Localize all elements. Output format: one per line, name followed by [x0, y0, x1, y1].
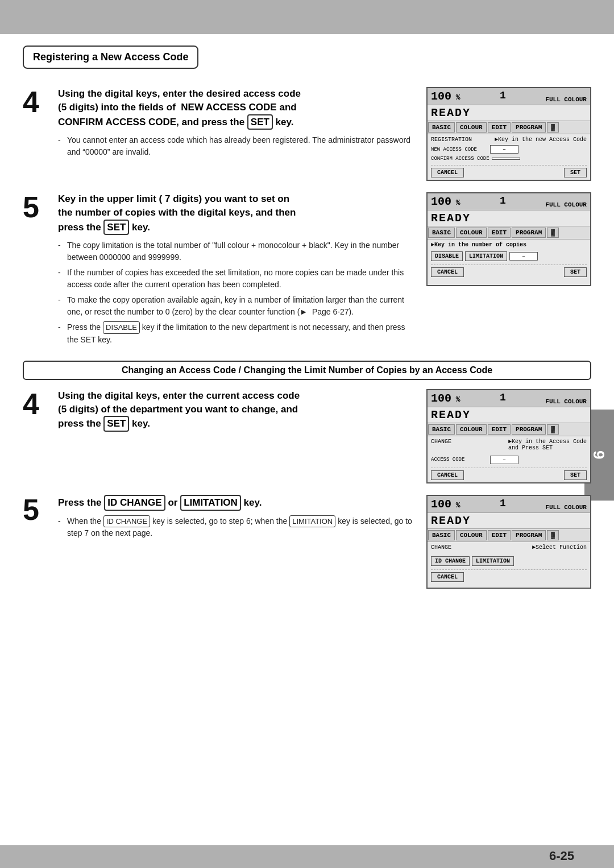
lcd-tab-colour2[interactable]: COLOUR	[456, 228, 487, 238]
lcd-full-colour4: FULL COLOUR	[545, 504, 587, 511]
lcd-btn-row-step4: CANCEL SET	[431, 165, 587, 177]
new-access-code-row: NEW ACCESS CODE –	[431, 145, 587, 154]
lcd-tab-colour3[interactable]: COLOUR	[456, 424, 487, 435]
lcd-body-step5-change: CHANGE ►Select Function ID CHANGE LIMITA…	[428, 542, 590, 588]
lcd-header: 100 % 1 FULL COLOUR	[428, 88, 590, 105]
step4-change-number: 4	[23, 389, 47, 419]
set-button-lcd[interactable]: SET	[564, 168, 587, 177]
cancel-button-lcd2[interactable]: CANCEL	[431, 267, 464, 277]
access-code-label: ACCESS CODE	[431, 457, 488, 462]
disable-key-ref: DISABLE	[103, 321, 140, 334]
confirm-access-code-row: CONFIRM ACCESS CODE	[431, 156, 587, 162]
step5-change-content: Press the ID CHANGE or LIMITATION key. W…	[58, 495, 415, 543]
step4-register-number: 4	[23, 87, 47, 117]
id-change-key-ref: ID CHANGE	[104, 495, 165, 511]
access-code-row: ACCESS CODE –	[431, 456, 587, 464]
lcd-copy-num2: 1	[500, 195, 506, 208]
lcd-tab-extra4[interactable]: ▓	[547, 530, 559, 540]
lcd-header4: 100 % 1 FULL COLOUR	[428, 496, 590, 513]
lcd-tab-basic4[interactable]: BASIC	[428, 530, 455, 540]
lcd-full-colour: FULL COLOUR	[545, 96, 587, 103]
set-button-lcd3[interactable]: SET	[564, 470, 587, 480]
lcd-tab-colour[interactable]: COLOUR	[456, 122, 487, 133]
step4-register-title: Using the digital keys, enter the desire…	[58, 87, 415, 130]
lcd-tab-extra3[interactable]: ▓	[547, 424, 559, 435]
lcd-header3: 100 % 1 FULL COLOUR	[428, 390, 590, 407]
step5-change-note1: When the ID CHANGE key is selected, go t…	[58, 515, 415, 540]
lcd-screen-step4-change: 100 % 1 FULL COLOUR READY BASIC COLOUR E…	[426, 389, 591, 483]
step5-change-body: When the ID CHANGE key is selected, go t…	[58, 515, 415, 540]
lcd-info-row3: CHANGE ►Key in the Access Code and Press…	[431, 439, 587, 451]
lcd-copies-label: ►Key in the number of copies	[431, 242, 587, 248]
limitation-button-lcd2[interactable]: LIMITATION	[472, 556, 514, 566]
lcd-tabs3: BASIC COLOUR EDIT PROGRAM ▓	[428, 423, 590, 436]
lcd-tab-edit3[interactable]: EDIT	[488, 424, 511, 435]
main-content: Registering a New Access Code 4 Using th…	[0, 34, 614, 611]
step5-note3: To make the copy operation available aga…	[58, 294, 415, 318]
lcd-tab-basic2[interactable]: BASIC	[428, 228, 455, 238]
lcd-tab-edit2[interactable]: EDIT	[488, 228, 511, 238]
lcd-tab-colour4[interactable]: COLOUR	[456, 530, 487, 540]
limitation-key-ref: LIMITATION	[180, 495, 241, 511]
lcd-tab-basic3[interactable]: BASIC	[428, 424, 455, 435]
step4-register-body: You cannot enter an access code which ha…	[58, 134, 415, 158]
cancel-button-lcd4[interactable]: CANCEL	[431, 572, 464, 582]
top-bar	[0, 0, 614, 34]
lcd-tab-program3[interactable]: PROGRAM	[512, 424, 546, 435]
step5-change-number: 5	[23, 495, 47, 524]
limitation-key-ref2: LIMITATION	[289, 515, 335, 528]
lcd-btn-row-step5: CANCEL SET	[431, 264, 587, 277]
limitation-value-lcd: –	[509, 252, 538, 261]
step5-register: 5 Key in the upper limit ( 7 digits) you…	[23, 192, 591, 349]
lcd-ready3: READY	[428, 407, 590, 423]
lcd-screen-step5-change: 100 % 1 FULL COLOUR READY BASIC COLOUR E…	[426, 495, 591, 589]
lcd-body-step5-register: ►Key in the number of copies DISABLE LIM…	[428, 239, 590, 285]
lcd-tab-program2[interactable]: PROGRAM	[512, 228, 546, 238]
set-button-lcd2[interactable]: SET	[564, 267, 587, 277]
cancel-button-lcd[interactable]: CANCEL	[431, 168, 464, 177]
lcd-tab-program[interactable]: PROGRAM	[512, 122, 546, 133]
lcd-percent3: 100 %	[431, 392, 460, 405]
lcd-tab-edit4[interactable]: EDIT	[488, 530, 511, 540]
new-access-code-label: NEW ACCESS CODE	[431, 147, 488, 152]
step4-register-note: You cannot enter an access code which ha…	[58, 134, 415, 158]
lcd-btn-row-step5-change: CANCEL	[431, 569, 587, 582]
lcd-body-step4-change: CHANGE ►Key in the Access Code and Press…	[428, 436, 590, 482]
section2-header: Changing an Access Code / Changing the L…	[23, 361, 591, 380]
step4-register-content: Using the digital keys, enter the desire…	[58, 87, 415, 162]
lcd-tabs4: BASIC COLOUR EDIT PROGRAM ▓	[428, 529, 590, 542]
lcd-tabs2: BASIC COLOUR EDIT PROGRAM ▓	[428, 226, 590, 239]
lcd-id-change-row: ID CHANGE LIMITATION	[431, 556, 587, 566]
step5-change: 5 Press the ID CHANGE or LIMITATION key.…	[23, 495, 591, 589]
page: 6 Registering a New Access Code 4 Using …	[0, 0, 614, 868]
lcd-copy-num: 1	[500, 90, 506, 103]
lcd-info-right: ►Key in the new Access Code	[495, 137, 587, 143]
lcd-percent2: 100 %	[431, 195, 460, 208]
limitation-button-lcd[interactable]: LIMITATION	[465, 251, 507, 261]
lcd-info-row: REGISTRATION ►Key in the new Access Code	[431, 137, 587, 143]
lcd-info-left3: CHANGE	[431, 439, 451, 451]
lcd-tab-edit[interactable]: EDIT	[488, 122, 511, 133]
lcd-tab-extra[interactable]: ▓	[547, 122, 559, 133]
step5-register-number: 5	[23, 192, 47, 222]
lcd-full-colour2: FULL COLOUR	[545, 201, 587, 208]
lcd-tab-basic[interactable]: BASIC	[428, 122, 455, 133]
set-key-ref: SET	[247, 114, 273, 130]
section1-header: Registering a New Access Code	[23, 46, 198, 69]
disable-button-lcd[interactable]: DISABLE	[431, 251, 463, 261]
new-access-code-value: –	[490, 145, 518, 154]
id-change-button-lcd[interactable]: ID CHANGE	[431, 556, 470, 566]
step5-note1: The copy limitation is the total number …	[58, 239, 415, 263]
set-key-ref4: SET	[103, 416, 129, 432]
lcd-header2: 100 % 1 FULL COLOUR	[428, 193, 590, 210]
lcd-info-right4: ►Select Function	[532, 544, 587, 551]
lcd-info-left: REGISTRATION	[431, 137, 472, 143]
cancel-button-lcd3[interactable]: CANCEL	[431, 470, 464, 480]
lcd-percent: 100 %	[431, 90, 460, 103]
lcd-screen-step5-register: 100 % 1 FULL COLOUR READY BASIC COLOUR E…	[426, 192, 591, 286]
step5-change-title: Press the ID CHANGE or LIMITATION key.	[58, 495, 415, 511]
lcd-tab-extra2[interactable]: ▓	[547, 228, 559, 238]
lcd-tab-program4[interactable]: PROGRAM	[512, 530, 546, 540]
lcd-ready2: READY	[428, 210, 590, 226]
step5-register-body: The copy limitation is the total number …	[58, 239, 415, 346]
